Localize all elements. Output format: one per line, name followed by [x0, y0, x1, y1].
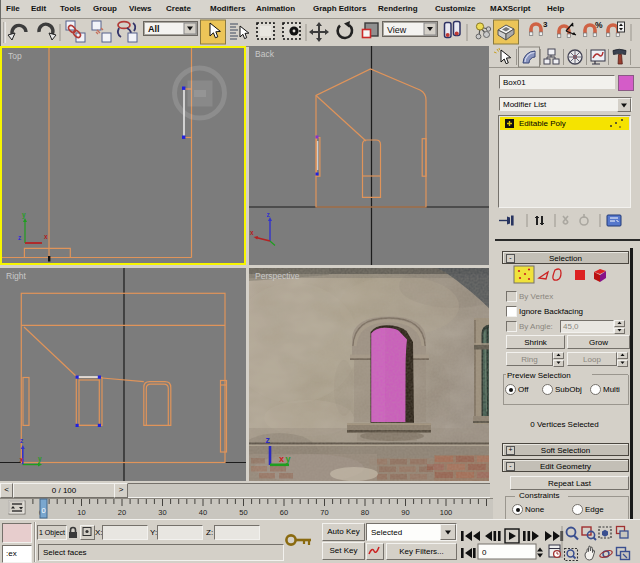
svg-text:x: x [250, 229, 254, 236]
svg-text:z: z [266, 435, 271, 445]
svg-text:0: 0 [482, 548, 487, 557]
svg-text:y: y [22, 211, 26, 219]
svg-text:View: View [387, 25, 407, 35]
svg-text:3: 3 [543, 20, 548, 29]
svg-text:x: x [44, 233, 48, 240]
svg-text:z: z [267, 211, 271, 218]
svg-text:50: 50 [239, 508, 247, 517]
svg-text:z: z [20, 437, 24, 444]
svg-text:30: 30 [158, 508, 166, 517]
svg-text:40: 40 [199, 508, 207, 517]
svg-text:y: y [38, 455, 42, 463]
svg-text:%: % [595, 20, 603, 30]
svg-text:90: 90 [401, 508, 409, 517]
svg-text:10: 10 [77, 508, 85, 517]
svg-text:y: y [286, 454, 291, 464]
svg-text:z: z [18, 234, 22, 241]
svg-text:x: x [279, 454, 284, 464]
svg-text:80: 80 [361, 508, 369, 517]
svg-text:x: x [20, 456, 24, 463]
svg-text:All: All [148, 24, 160, 34]
svg-text:0: 0 [42, 506, 46, 515]
svg-text:60: 60 [280, 508, 288, 517]
svg-text:70: 70 [320, 508, 328, 517]
svg-text:100: 100 [440, 508, 453, 517]
svg-text:20: 20 [118, 508, 126, 517]
